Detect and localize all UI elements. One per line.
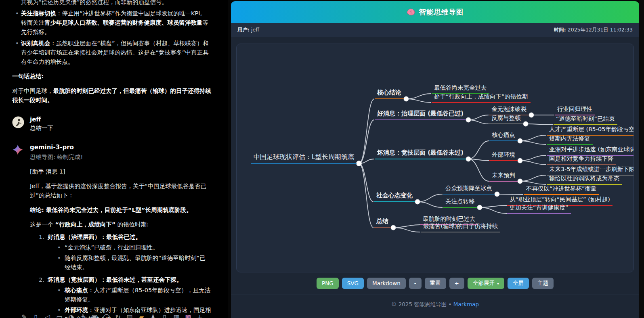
text-run: 这是一个 (30, 221, 55, 228)
toolbar-button--[interactable]: - (409, 278, 422, 289)
mindmap-node-n4a[interactable]: 公众预期降至冰点 (443, 184, 495, 195)
folder-icon[interactable]: ▰ (138, 312, 145, 318)
bullet-dot-icon: • (57, 286, 65, 304)
grid-icon[interactable]: ▦ (173, 312, 180, 318)
time-info-label: 时间: (554, 27, 566, 33)
mindmap-collapse-circle-n4a[interactable] (495, 192, 499, 197)
mindmap-node-n3c[interactable]: 未来预判 (489, 171, 518, 182)
mindmap-node-n4b2[interactable]: 更加关注“青训健康度” (507, 203, 571, 214)
person-icon[interactable]: ♟ (150, 312, 156, 318)
chevron-down-icon: ▾ (497, 281, 499, 286)
mindmap-collapse-circle-n5[interactable] (391, 225, 396, 230)
button-label: + (455, 280, 459, 287)
mindmap-node-n3a2[interactable]: 短期内无法修复 (547, 134, 593, 145)
mindmap-node-n2[interactable]: 好消息：治理层面 (最低谷已过) (375, 109, 466, 120)
save-icon[interactable]: ▣ (91, 312, 98, 318)
scrollbar[interactable] (639, 0, 644, 318)
info-bar: 用户: jeff 时间: 2025年12月31日 11:02:33 (231, 23, 639, 37)
mindmap-collapse-circle-root[interactable] (357, 161, 362, 166)
mindmap-collapse-circle-n3a[interactable] (518, 138, 522, 143)
mindmap-link (417, 202, 443, 207)
text-run: 关注指标切换 (21, 10, 56, 17)
mindmap-link (520, 175, 546, 181)
assistant-sub-bullet: •“金元泡沫”已破裂，行业回归理性。 (48, 243, 211, 252)
mindmap-node-n5[interactable]: 总结 (374, 217, 391, 228)
button-label: 重置 (430, 280, 441, 287)
markmap-link[interactable]: Markmap (453, 301, 479, 308)
clock-icon[interactable]: ◔ (68, 312, 74, 318)
bullet-dot-icon: • (15, 39, 21, 67)
mindmap-collapse-circle-n4b[interactable] (477, 205, 482, 210)
assistant-paragraph: Jeff，基于您提供的这份深度整合报告，关于“中国足球最低谷是否已过”的总结如下… (30, 182, 211, 200)
bullet-dot-icon: • (57, 253, 65, 272)
mindmap-node-n3b2[interactable]: 国足相对竞争力持续下降 (547, 154, 616, 165)
assistant-paragraph: 这是一个 “行政向上，成绩向下” 的错位时期: (30, 220, 211, 229)
mindmap-link (393, 225, 420, 228)
assistant-sub-bullet: •核心痛点：人才严重断层（85-05年龄段亏空），且无法短期修复。 (48, 286, 211, 304)
mindmap-collapse-circle-n1[interactable] (404, 96, 409, 101)
mindmap-collapse-circle-n3c[interactable] (518, 179, 522, 184)
mindmap-link (406, 99, 431, 103)
toolbar-button-Markdown[interactable]: Markdown (367, 278, 406, 289)
mindmap-node-n3b[interactable]: 外部环境 (489, 150, 518, 161)
list-item-title: 好消息（治理层面）：最低谷已过。 (48, 232, 211, 242)
mindmap-collapse-circle-n3b[interactable] (518, 158, 522, 163)
chat-bullet-item: •关注指标切换：停止用“冲进世界杯”作为衡量中国足球发展的唯一KPI。转而关注青… (12, 9, 211, 37)
mindmap-node-n3c2[interactable]: 输给以往的弱队将成为常态 (547, 174, 622, 185)
button-label: 全屏 (513, 280, 524, 287)
list-item-title: 坏消息（竞技层面）：最低谷未过，甚至还会下探。 (48, 275, 211, 285)
document-icon[interactable]: ▯ (162, 312, 168, 318)
chat-scrolled-text: 其视为“偿还历史欠债”的必然过程，而非新的崩盘信号。 (12, 0, 211, 7)
mindmap-node-n2b1[interactable]: “道德至暗时刻”已结束 (554, 114, 617, 126)
trash-icon[interactable]: ▯ (33, 312, 39, 318)
mindmap-node-n2b[interactable]: 反腐与整顿 (489, 113, 523, 125)
toolbar-button-PNG[interactable]: PNG (317, 278, 339, 289)
mindmap-node-n5b[interactable]: 最痛苦(输球)的日子仍将持续 (421, 222, 500, 233)
mindmap-link (520, 135, 546, 141)
mindmap-collapse-circle-n3[interactable] (466, 157, 471, 161)
mindmap-link (520, 141, 546, 144)
mindmap-node-n4[interactable]: 社会心态变化 (374, 191, 415, 202)
mindmap-node-n1[interactable]: 核心结论 (375, 88, 404, 99)
toolbar-button-全屏[interactable]: 全屏 (508, 278, 529, 289)
speaker-icon[interactable]: ◁ (44, 312, 51, 318)
mindmap-node-n3a[interactable]: 核心痛点 (489, 130, 518, 142)
app-icon[interactable]: ▩ (185, 312, 191, 318)
mindmap-collapse-circle-n2b[interactable] (523, 121, 528, 126)
mindmap-collapse-circle-n4[interactable] (415, 199, 420, 204)
text-run: 识别真机会 (21, 40, 50, 46)
archive-icon[interactable]: ▤ (126, 312, 133, 318)
text-run: 对于中国足球， (12, 88, 53, 94)
mindmap-collapse-circle-n2[interactable] (466, 117, 471, 122)
mindmap-node-n4a1[interactable]: 不再仅以“冲进世界杯”衡量 (524, 184, 599, 195)
gemini-star-icon (12, 144, 23, 155)
app-title: 智能思维导图 (419, 7, 464, 17)
toolbar-button-主题[interactable]: 主题 (532, 278, 554, 289)
toolbar-button-SVG[interactable]: SVG (342, 278, 364, 289)
image-icon[interactable]: ▭ (56, 312, 63, 318)
mindmap-link (480, 205, 507, 207)
user-avatar[interactable] (12, 116, 24, 128)
bullet-dot-icon: • (15, 9, 21, 37)
mindmap-link (520, 155, 546, 161)
toolbar-button-重置[interactable]: 重置 (425, 278, 446, 289)
mindmap-link (359, 163, 373, 228)
refresh-icon[interactable]: ↻ (115, 312, 121, 318)
text-run: “行政向上，成绩向下” (55, 221, 116, 228)
pencil-icon[interactable]: ✎ (21, 312, 27, 318)
mindmap-node-n1b[interactable]: 处于“行政向上，成绩向下”的错位期 (432, 92, 531, 103)
mindmap-link (406, 94, 431, 99)
mindmap-collapse-circle-n2a[interactable] (529, 113, 534, 117)
toolbar-button-+[interactable]: + (449, 278, 464, 289)
plus-icon[interactable]: + (197, 312, 203, 318)
assistant-list-item: 1.好消息（治理层面）：最低谷已过。•“金元泡沫”已破裂，行业回归理性。•随着反… (39, 232, 211, 272)
toolbar-button-全部展开[interactable]: 全部展开▾ (468, 278, 504, 289)
mindmap-node-n4b[interactable]: 关注点转移 (443, 197, 477, 208)
bullet-text: 识别真机会：虽然职业层面在“横盘”，但民间赛事（村超、草根联赛）和青少年培训市场… (21, 39, 211, 67)
info-icon[interactable]: ◯ (103, 312, 109, 318)
mindmap-node-n3[interactable]: 坏消息：竞技层面 (最低谷未过) (375, 148, 466, 159)
mindmap-canvas[interactable]: 中国足球现状评估：L型长周期筑底核心结论最低谷尚未完全过去处于“行政向上，成绩向… (236, 44, 634, 272)
anchor-icon[interactable]: ⚓ (80, 312, 86, 318)
mindmap-node-root[interactable]: 中国足球现状评估：L型长周期筑底 (251, 152, 357, 164)
text-run: 青少年足球人口基数、联赛运营的财务健康度、球员留洋数量 (44, 19, 203, 26)
